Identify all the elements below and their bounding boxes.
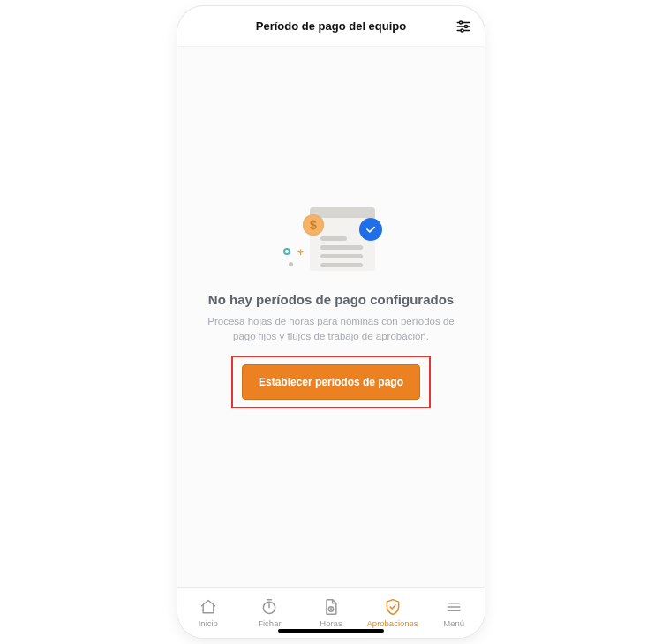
tab-label: Menú (443, 618, 464, 628)
set-pay-periods-button[interactable]: Establecer períodos de pago (242, 364, 420, 400)
empty-state: $ + No hay períodos de pago configurados… (177, 47, 485, 587)
home-indicator (278, 629, 384, 633)
svg-point-5 (461, 29, 463, 32)
sliders-icon (455, 19, 471, 34)
svg-point-4 (465, 25, 468, 27)
tab-label: Inicio (199, 618, 218, 628)
empty-state-subtitle: Procesa hojas de horas para nóminas con … (199, 314, 463, 343)
file-clock-icon (322, 598, 340, 616)
menu-icon (445, 598, 463, 616)
tab-menu[interactable]: Menú (423, 588, 485, 638)
filter-settings-button[interactable] (455, 18, 472, 35)
tab-label: Aprobaciones (367, 618, 418, 628)
dollar-coin-icon: $ (303, 214, 324, 236)
tab-label: Horas (320, 618, 342, 628)
cta-highlight: Establecer períodos de pago (231, 356, 431, 408)
tab-label: Fichar (258, 618, 281, 628)
decor-dot-icon (289, 262, 293, 266)
shield-check-icon (384, 598, 402, 616)
decor-circle-icon (283, 248, 290, 255)
page-title: Período de pago del equipo (256, 19, 406, 33)
decor-plus-icon: + (297, 246, 304, 258)
app-header: Período de pago del equipo (177, 6, 485, 47)
svg-point-3 (460, 21, 463, 24)
home-icon (199, 598, 217, 616)
document-lines-icon (320, 232, 363, 272)
empty-state-title: No hay períodos de pago configurados (208, 292, 454, 307)
stopwatch-icon (260, 598, 278, 616)
check-badge-icon (359, 218, 382, 241)
empty-state-illustration: $ + (278, 206, 384, 276)
phone-frame: Período de pago del equipo $ (177, 6, 485, 638)
tab-home[interactable]: Inicio (177, 588, 239, 638)
